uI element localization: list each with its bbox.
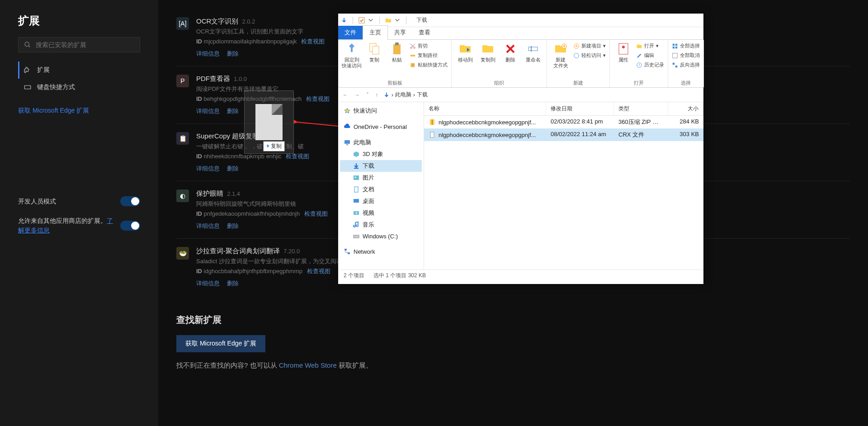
sidebar-item-extensions[interactable]: 扩展 [18,62,140,79]
sidebar-item-label: 键盘快捷方式 [37,83,75,91]
chrome-web-store-link[interactable]: Chrome Web Store [279,361,337,369]
svg-rect-40 [344,249,347,251]
nav-down-button[interactable]: ˅ [365,91,370,99]
dev-mode-toggle[interactable] [120,196,140,206]
paste-shortcut-button[interactable]: 粘贴快捷方式 [410,61,448,69]
paste-button[interactable]: 粘贴 [387,42,407,63]
paste-icon [390,42,404,56]
svg-point-35 [355,177,356,178]
svg-rect-36 [354,187,358,192]
edge-sidebar: 扩展 扩展 键盘快捷方式 获取 Microsoft Edge 扩展 开发人员模式… [0,0,158,426]
copy-button[interactable]: 复制 [364,42,384,63]
remove-link[interactable]: 删除 [227,280,239,287]
invert-selection-button[interactable]: 反向选择 [672,61,700,69]
search-input[interactable] [18,37,140,52]
ribbon-tabs: 文件 主页 共享 查看 [338,27,703,40]
select-all-button[interactable]: 全部选择 [672,42,700,50]
col-size[interactable]: 大小 [668,102,703,115]
invert-icon [672,62,678,68]
tree-desktop[interactable]: 桌面 [340,195,422,207]
tab-share[interactable]: 共享 [388,26,412,39]
details-link[interactable]: 详细信息 [196,50,220,57]
details-link[interactable]: 详细信息 [196,108,220,114]
col-name[interactable]: 名称 [424,102,546,115]
extension-icon: P [176,75,189,87]
extension-icon: 📋 [176,132,189,145]
svg-point-12 [410,47,412,48]
nav-up-button[interactable]: ↑ [374,91,379,99]
copy-path-button[interactable]: 复制路径 [410,51,448,60]
pin-button[interactable]: 固定到 快速访问 [342,42,362,69]
cut-button[interactable]: 剪切 [410,42,448,50]
file-header: 名称 修改日期 类型 大小 [424,102,703,116]
delete-button[interactable]: 删除 [500,42,520,63]
group-new-label: 新建 [551,79,606,86]
nav-forward-button[interactable]: → [354,91,361,99]
tree-documents[interactable]: 文档 [340,184,422,195]
remove-link[interactable]: 删除 [227,50,239,57]
tree-3d-objects[interactable]: 3D 对象 [340,148,422,160]
properties-button[interactable]: 属性 [613,42,633,63]
edit-button[interactable]: 编辑 [636,51,664,60]
svg-rect-33 [354,168,359,169]
newfolder-icon [553,42,568,56]
tab-home[interactable]: 主页 [363,25,388,40]
dropdown-icon[interactable] [368,17,374,24]
tree-pictures[interactable]: 图片 [340,172,422,184]
tree-onedrive[interactable]: OneDrive - Personal [340,121,422,132]
svg-rect-28 [673,53,678,58]
allow-other-toggle[interactable] [120,221,140,231]
details-link[interactable]: 详细信息 [196,280,220,287]
extension-icon: 🥗 [176,247,189,260]
file-row[interactable]: nlgphodeccebbcnkgmokeegopgpnjf...02/03/2… [424,116,703,128]
checkbox-icon[interactable] [359,17,365,24]
open-button[interactable]: 打开 ▾ [636,42,664,50]
new-item-button[interactable]: 新建项目 ▾ [573,42,606,50]
select-none-button[interactable]: 全部取消 [672,51,700,60]
get-extensions-link[interactable]: 获取 Microsoft Edge 扩展 [18,107,140,115]
col-type[interactable]: 类型 [614,102,668,115]
easyaccess-icon [573,52,580,59]
tree-downloads[interactable]: 下载 [340,160,422,172]
puzzle-icon [24,66,32,74]
down-arrow-icon[interactable] [341,17,347,24]
move-to-button[interactable]: 移动到 [455,42,475,63]
file-row[interactable]: nlgphodeccebbcnkgmokeegopgpnjf...08/02/2… [424,128,703,141]
sidebar-item-shortcuts[interactable]: 键盘快捷方式 [18,79,140,96]
svg-rect-24 [673,43,675,45]
svg-rect-9 [373,46,379,54]
svg-rect-26 [673,46,675,48]
group-open-label: 打开 [613,79,664,86]
tab-view[interactable]: 查看 [412,26,437,39]
page-title: 扩展 [18,14,140,28]
copy-to-button[interactable]: 复制到 [478,42,498,63]
svg-rect-34 [354,175,359,180]
history-button[interactable]: 历史记录 [636,61,664,69]
details-link[interactable]: 详细信息 [196,222,220,229]
svg-rect-44 [430,132,434,137]
easy-access-button[interactable]: 轻松访问 ▾ [573,51,606,60]
nav-back-button[interactable]: ← [342,91,349,99]
tab-file[interactable]: 文件 [338,26,363,39]
tree-network[interactable]: Network [340,246,422,257]
remove-link[interactable]: 删除 [227,222,239,229]
remove-link[interactable]: 删除 [227,108,239,114]
tree-videos[interactable]: 视频 [340,207,422,219]
search-field[interactable] [36,41,134,48]
properties-icon [616,42,631,56]
get-edge-extensions-button[interactable]: 获取 Microsoft Edge 扩展 [176,335,265,352]
col-date[interactable]: 修改日期 [546,102,614,115]
details-link[interactable]: 详细信息 [196,165,220,172]
remove-link[interactable]: 删除 [227,165,239,172]
tree-quick-access[interactable]: 快速访问 [340,105,422,117]
svg-rect-14 [410,55,415,57]
tree-this-pc[interactable]: 此电脑 [340,137,422,148]
star-icon [344,107,351,114]
dropdown-icon[interactable] [394,17,401,24]
breadcrumb[interactable]: › 此电脑› 下载 [383,91,428,99]
new-folder-button[interactable]: 新建 文件夹 [551,42,571,69]
find-note: 找不到正在查找的内容? 也可以从 Chrome Web Store 获取扩展。 [176,361,850,370]
tree-music[interactable]: 音乐 [340,219,422,231]
tree-c-drive[interactable]: Windows (C:) [340,231,422,241]
rename-button[interactable]: 重命名 [523,42,543,63]
